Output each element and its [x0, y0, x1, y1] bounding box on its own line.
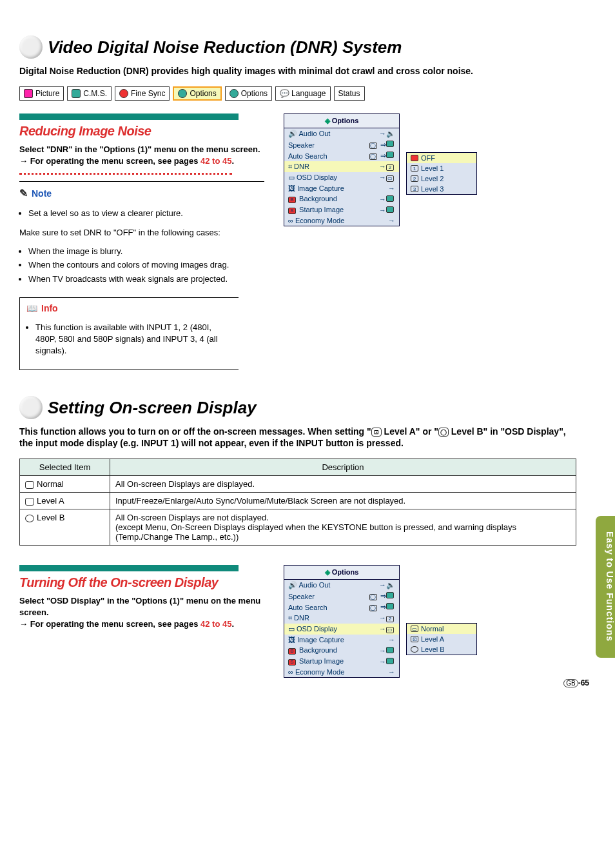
info-icon: 📖 [26, 303, 37, 313]
info-item: This function is available with INPUT 1,… [35, 322, 232, 356]
options-icon [178, 89, 187, 98]
tab-options-1[interactable]: Options [173, 86, 221, 101]
bullet-circle-icon [19, 35, 43, 59]
osd-options-panel: ◈ Options 🔊 Audio Out→🔈 Speaker◯ ⇒ Auto … [284, 113, 400, 226]
note-icon: ✎ [19, 187, 28, 199]
tab-language[interactable]: Language [275, 86, 330, 101]
note-item: Set a level so as to view a clearer pict… [28, 208, 264, 219]
level-a-icon [25, 498, 34, 506]
note-box: ✎Note Set a level so as to view a cleare… [19, 181, 264, 284]
level-1[interactable]: 1Level 1 [407, 163, 476, 173]
level-b-icon: ◯ [438, 428, 449, 437]
info-box: 📖Info This function is available with IN… [19, 297, 239, 370]
tab-finesync[interactable]: Fine Sync [115, 86, 170, 101]
osd-level-b[interactable]: Level B [407, 644, 476, 655]
tab-cms[interactable]: C.M.S. [67, 86, 112, 101]
page-title-1: Video Digital Noise Reduction (DNR) Syst… [48, 37, 402, 57]
note-item: When the contours and colors of moving i… [28, 259, 264, 271]
subheading-reducing-noise: Reducing Image Noise [19, 124, 264, 139]
section-bar [19, 565, 239, 571]
level-3[interactable]: 3Level 3 [407, 184, 476, 194]
picture-icon [24, 89, 33, 98]
col-description: Description [110, 459, 576, 476]
note-sub: Make sure to set DNR to "OFF" in the fol… [19, 228, 264, 237]
intro-text-1: Digital Noise Reduction (DNR) provides h… [19, 65, 576, 77]
tab-options-2[interactable]: Options [225, 86, 272, 101]
note-item: When the image is blurry. [28, 246, 264, 257]
options-icon [229, 89, 239, 98]
intro-text-2: This function allows you to turn on or o… [19, 426, 576, 449]
page-number: GB-65 [563, 678, 589, 687]
col-selected-item: Selected Item [20, 459, 110, 476]
instruction-text-2: Select "OSD Display" in the "Options (1)… [19, 595, 264, 629]
osd-row-dnr[interactable]: ⌗ DNR→2 [284, 161, 399, 172]
tab-picture[interactable]: Picture [19, 86, 64, 101]
table-row: Normal All On-screen Displays are displa… [20, 476, 576, 493]
dnr-level-panel: OFF 1Level 1 2Level 2 3Level 3 [406, 152, 477, 195]
level-2[interactable]: 2Level 2 [407, 173, 476, 184]
language-icon [280, 89, 289, 98]
tab-status[interactable]: Status [334, 86, 365, 101]
osd-level-a[interactable]: ⊡Level A [407, 634, 476, 644]
osd-display-level-panel: ▭Normal ⊡Level A Level B [406, 623, 477, 655]
menu-tab-bar: Picture C.M.S. Fine Sync Options Options… [19, 86, 576, 101]
divider-dotted [19, 173, 232, 175]
bullet-circle-icon [19, 396, 43, 419]
finesync-icon [119, 89, 128, 98]
table-row: Level A Input/Freeze/Enlarge/Auto Sync/V… [20, 493, 576, 509]
osd-row-osd-display[interactable]: ▭ OSD Display→▭ [284, 624, 399, 635]
page-title-2: Setting On-screen Display [48, 398, 257, 418]
osd-options-table: Selected Item Description Normal All On-… [19, 459, 576, 546]
normal-icon [25, 481, 34, 489]
heading-row-2: Setting On-screen Display [19, 396, 576, 419]
section-bar [19, 113, 239, 120]
instruction-text: Select "DNR" in the "Options (1)" menu o… [19, 144, 264, 166]
page-content: Video Digital Noise Reduction (DNR) Syst… [0, 0, 615, 697]
table-row: Level B All On-screen Displays are not d… [20, 509, 576, 546]
level-b-icon [25, 515, 34, 522]
osd-options-panel-2: ◈ Options 🔊 Audio Out→🔈 Speaker◯ ⇒ Auto … [284, 565, 400, 678]
heading-row-1: Video Digital Noise Reduction (DNR) Syst… [19, 35, 576, 59]
level-off[interactable]: OFF [407, 153, 476, 163]
osd-level-normal[interactable]: ▭Normal [407, 624, 476, 634]
cms-icon [72, 89, 81, 98]
note-item: When TV broadcasts with weak signals are… [28, 273, 264, 285]
level-a-icon: ⊡ [371, 428, 382, 437]
subheading-turning-off: Turning Off the On-screen Display [19, 575, 264, 590]
